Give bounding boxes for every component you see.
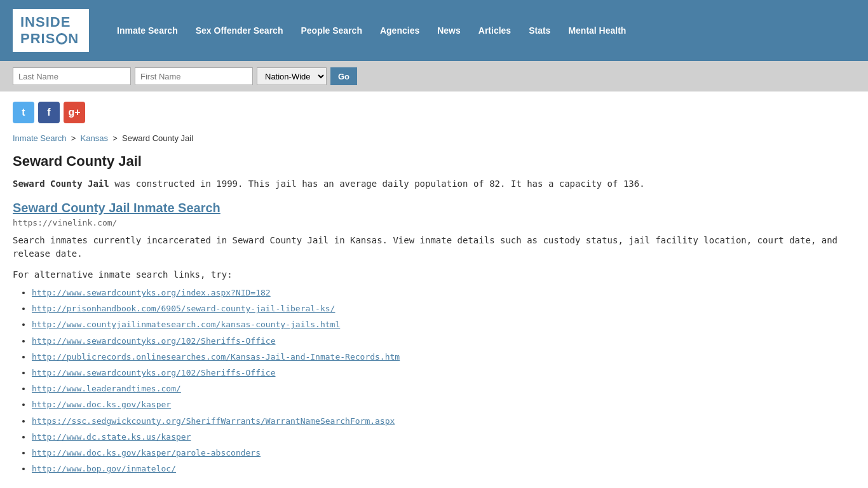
go-button[interactable]: Go <box>330 67 357 85</box>
alt-link[interactable]: http://www.sewardcountyks.org/102/Sherif… <box>32 368 276 377</box>
breadcrumb-current: Seward County Jail <box>122 133 193 143</box>
nav-articles[interactable]: Articles <box>470 23 520 38</box>
nav-inmate-search[interactable]: Inmate Search <box>108 23 187 38</box>
alt-link[interactable]: http://www.dc.state.ks.us/kasper <box>32 432 191 442</box>
breadcrumb-kansas[interactable]: Kansas <box>81 133 108 143</box>
main-nav: Inmate Search Sex Offender Search People… <box>108 23 635 38</box>
breadcrumb: Inmate Search > Kansas > Seward County J… <box>0 130 868 149</box>
alt-link[interactable]: http://www.sewardcountyks.org/index.aspx… <box>32 288 271 297</box>
logo-inside-text: INSIDE <box>20 14 81 30</box>
page-title: Seward County Jail <box>13 153 855 170</box>
nav-news[interactable]: News <box>428 23 470 38</box>
alt-link[interactable]: http://www.doc.ks.gov/kasper <box>32 400 171 409</box>
intro-text: Seward County Jail was constructed in 19… <box>13 177 855 191</box>
alt-link[interactable]: http://publicrecords.onlinesearches.com/… <box>32 352 400 362</box>
intro-bold: Seward County Jail <box>13 179 109 189</box>
breadcrumb-inmate-search[interactable]: Inmate Search <box>13 133 67 143</box>
nav-people-search[interactable]: People Search <box>292 23 371 38</box>
first-name-input[interactable] <box>135 67 253 85</box>
logo-o-circle <box>56 33 67 44</box>
nav-sex-offender-search[interactable]: Sex Offender Search <box>187 23 292 38</box>
location-select[interactable]: Nation-Wide <box>257 67 327 85</box>
alt-link[interactable]: http://www.doc.ks.gov/kasper/parole-absc… <box>32 448 261 458</box>
alt-links-list: http://www.sewardcountyks.org/index.aspx… <box>13 285 855 477</box>
main-content: Seward County Jail Seward County Jail wa… <box>0 149 868 488</box>
nav-agencies[interactable]: Agencies <box>371 23 428 38</box>
nav-mental-health[interactable]: Mental Health <box>559 23 635 38</box>
alt-link[interactable]: https://ssc.sedgwickcounty.org/SheriffWa… <box>32 416 395 426</box>
nav-stats[interactable]: Stats <box>520 23 559 38</box>
alt-links-intro: For alternative inmate search links, try… <box>13 269 855 280</box>
google-plus-icon[interactable]: g+ <box>64 102 85 123</box>
search-bar: Nation-Wide Go <box>0 61 868 92</box>
vinelink-url: https://vinelink.com/ <box>13 218 855 227</box>
alt-link[interactable]: http://prisonhandbook.com/6905/seward-co… <box>32 304 335 313</box>
search-description: Search inmates currently incarcerated in… <box>13 234 855 261</box>
logo-prison-text: PRISN <box>20 30 81 47</box>
facebook-icon[interactable]: f <box>38 102 60 123</box>
alt-link[interactable]: http://www.countyjailinmatesearch.com/ka… <box>32 320 340 329</box>
alt-link[interactable]: http://www.leaderandtimes.com/ <box>32 384 181 393</box>
twitter-icon[interactable]: t <box>13 102 34 123</box>
social-bar: t f g+ <box>0 92 868 130</box>
alt-link[interactable]: http://www.bop.gov/inmateloc/ <box>32 464 176 473</box>
site-header: INSIDE PRISN Inmate Search Sex Offender … <box>0 0 868 61</box>
alt-link[interactable]: http://www.sewardcountyks.org/102/Sherif… <box>32 336 276 346</box>
site-logo[interactable]: INSIDE PRISN <box>13 9 89 52</box>
last-name-input[interactable] <box>13 67 131 85</box>
intro-body: was constructed in 1999. This jail has a… <box>114 179 644 189</box>
inmate-search-heading-link[interactable]: Seward County Jail Inmate Search <box>13 201 855 215</box>
